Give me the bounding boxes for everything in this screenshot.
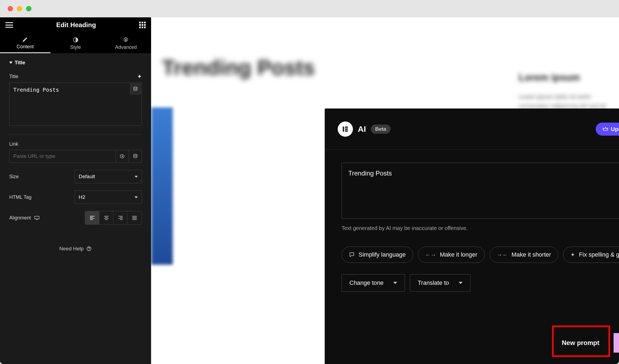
ai-disclaimer: Text generated by AI may be inaccurate o… (342, 225, 619, 231)
align-left-button[interactable] (85, 211, 99, 224)
chevron-down-icon (459, 282, 462, 284)
size-select[interactable]: Default (75, 170, 142, 183)
beta-badge: Beta (371, 124, 391, 134)
menu-icon[interactable] (5, 22, 13, 28)
svg-point-2 (134, 87, 137, 88)
chevron-down-icon (393, 282, 397, 284)
align-center-button[interactable] (99, 211, 113, 224)
contrast-icon (73, 37, 79, 43)
align-right-button[interactable] (113, 211, 127, 224)
size-field-label: Size (9, 174, 19, 180)
elementor-logo (338, 122, 353, 137)
svg-point-4 (134, 154, 137, 156)
editor-canvas: Trending Posts Lorem ipsum Lorem ipsum d… (151, 17, 619, 364)
chip-longer-label: Make it longer (440, 251, 477, 258)
link-dynamic-button[interactable] (129, 150, 142, 163)
align-justify-icon (132, 216, 137, 220)
tab-advanced[interactable]: Advanced (101, 33, 151, 53)
help-icon (86, 246, 92, 251)
traffic-light-zoom[interactable] (26, 6, 31, 11)
desktop-icon (34, 216, 40, 220)
crown-icon (603, 127, 608, 132)
use-text-button[interactable]: Use text (614, 333, 619, 353)
chip-fix-spelling[interactable]: ✦ Fix spelling & grammar (563, 247, 619, 263)
editor-sidebar: Edit Heading Content Style Advanced (0, 17, 151, 364)
elementor-logo-icon (342, 125, 349, 133)
pencil-icon (22, 36, 28, 42)
html-tag-field-label: HTML Tag (9, 194, 31, 200)
caret-down-icon (9, 62, 12, 64)
translate-select[interactable]: Translate to (410, 274, 470, 292)
translate-label: Translate to (418, 279, 449, 286)
align-left-icon (90, 216, 95, 220)
gear-icon (123, 37, 129, 43)
ai-sparkle-icon[interactable]: ✦ (137, 73, 142, 80)
tab-advanced-label: Advanced (115, 44, 137, 50)
ai-modal-title: AI (358, 124, 366, 134)
link-input[interactable] (9, 150, 116, 163)
chevron-down-icon (135, 176, 138, 178)
change-tone-label: Change tone (349, 279, 384, 286)
dynamic-tags-button[interactable] (130, 84, 141, 94)
chip-simplify-label: Simplify language (359, 251, 406, 258)
apps-grid-icon[interactable] (139, 22, 146, 28)
responsive-icon[interactable] (34, 216, 40, 220)
section-title-toggle[interactable]: Title (9, 60, 142, 66)
html-tag-select-value: H2 (79, 194, 85, 200)
canvas-thumbnail-blurred (151, 107, 173, 265)
svg-point-7 (89, 250, 89, 250)
svg-point-1 (125, 39, 127, 41)
sidebar-title: Edit Heading (13, 21, 139, 29)
svg-rect-11 (345, 130, 348, 132)
tab-style[interactable]: Style (50, 33, 101, 53)
chip-make-shorter[interactable]: →← Make it shorter (490, 247, 559, 263)
database-icon (133, 87, 138, 91)
chevron-down-icon (135, 196, 138, 198)
chip-spelling-label: Fix spelling & grammar (579, 251, 619, 258)
change-tone-select[interactable]: Change tone (342, 274, 405, 292)
link-options-button[interactable] (116, 150, 129, 163)
new-prompt-button[interactable]: New prompt (553, 333, 609, 353)
upgrade-button[interactable]: Upgrade (596, 123, 619, 136)
chat-icon (349, 252, 355, 257)
traffic-light-minimize[interactable] (17, 6, 22, 11)
tab-style-label: Style (70, 44, 81, 50)
tab-content-label: Content (17, 44, 34, 50)
ai-textarea[interactable]: Trending Posts (342, 163, 619, 219)
need-help-label: Need Help (59, 246, 84, 252)
svg-rect-8 (343, 126, 344, 132)
need-help-link[interactable]: Need Help (9, 246, 142, 252)
chip-shorter-label: Make it shorter (512, 251, 551, 258)
expand-icon: ←→ (425, 252, 436, 258)
database-icon (133, 154, 138, 159)
align-justify-button[interactable] (127, 211, 142, 224)
chip-simplify-language[interactable]: Simplify language (342, 247, 413, 263)
ai-modal: AI Beta Upgrade Trending Posts (325, 108, 619, 364)
macos-titlebar (0, 0, 619, 17)
title-textarea[interactable] (9, 82, 142, 126)
svg-point-3 (122, 156, 123, 157)
ai-modal-body: Trending Posts Text generated by AI may … (325, 150, 619, 364)
html-tag-select[interactable]: H2 (75, 190, 142, 204)
canvas-heading-blurred: Trending Posts (162, 55, 315, 80)
align-center-icon (104, 216, 109, 220)
sidebar-header: Edit Heading (0, 17, 151, 33)
title-field-label: Title (9, 74, 18, 79)
traffic-light-close[interactable] (8, 6, 13, 11)
sidebar-tabs: Content Style Advanced (0, 33, 151, 53)
svg-rect-9 (345, 126, 348, 128)
section-title-label: Title (15, 60, 25, 66)
chip-make-longer[interactable]: ←→ Make it longer (418, 247, 485, 263)
app-window: Edit Heading Content Style Advanced (0, 0, 619, 364)
tab-content[interactable]: Content (0, 33, 50, 53)
svg-rect-5 (35, 216, 39, 219)
upgrade-label: Upgrade (611, 126, 619, 132)
sparkle-icon: ✦ (570, 251, 575, 258)
svg-rect-10 (345, 128, 348, 130)
alignment-group (85, 211, 142, 225)
alignment-field-label: Alignment (9, 215, 31, 221)
size-select-value: Default (79, 174, 95, 180)
gear-icon (120, 154, 125, 159)
panel-body: Title Title ✦ Link (0, 53, 151, 364)
align-right-icon (118, 216, 123, 220)
